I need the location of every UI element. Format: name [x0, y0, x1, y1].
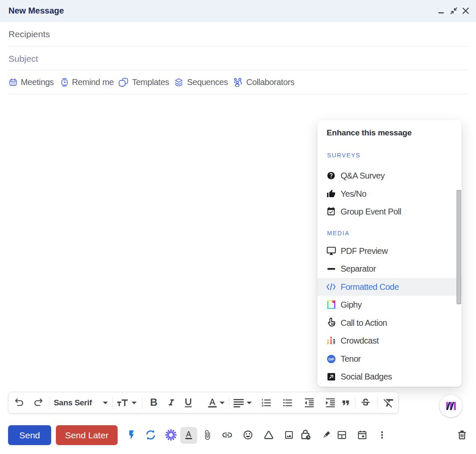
- svg-text:GIF: GIF: [328, 357, 334, 361]
